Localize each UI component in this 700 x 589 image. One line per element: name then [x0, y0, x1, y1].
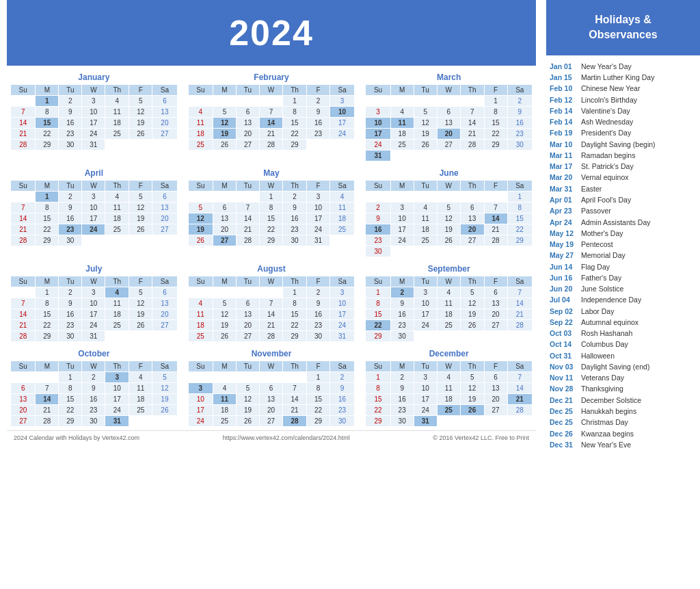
calendar-day: 18 [105, 118, 129, 129]
calendar-day: 18 [105, 213, 129, 224]
calendar-day [152, 331, 178, 342]
calendar-day: 5 [437, 202, 460, 213]
holiday-name: April Fool's Day [581, 194, 631, 205]
calendar-day: 26 [152, 405, 178, 416]
day-header: M [36, 85, 59, 96]
calendar-day [188, 372, 213, 383]
calendar-day [484, 150, 507, 161]
calendar-day: 11 [188, 309, 213, 320]
footer-center: https://www.vertex42.com/calendars/2024.… [223, 434, 350, 441]
footer-right: © 2016 Vertex42 LLC. Free to Print [433, 434, 529, 441]
holiday-date: Dec 31 [550, 439, 578, 450]
calendar-day: 30 [82, 416, 105, 427]
calendar-day: 30 [282, 235, 306, 246]
calendar-day: 12 [213, 118, 237, 129]
calendar-day: 7 [484, 202, 507, 213]
calendar-day: 3 [414, 287, 437, 298]
calendar-day [366, 192, 390, 202]
day-header: W [437, 181, 460, 192]
calendar-day: 16 [507, 118, 532, 129]
calendar-day: 3 [414, 372, 437, 383]
calendar-day: 14 [260, 309, 283, 320]
calendar-day: 5 [460, 287, 484, 298]
calendar-day [188, 287, 213, 298]
day-header: Su [11, 276, 36, 287]
calendar-day: 21 [11, 320, 36, 331]
holiday-date: Apr 24 [550, 217, 578, 228]
calendar-day: 20 [152, 118, 178, 129]
calendar-day: 17 [414, 394, 437, 405]
calendar-day: 24 [307, 224, 330, 235]
calendar-day: 18 [188, 320, 213, 331]
month-block: JulySuMTuWThFSa1234567891011121314151617… [10, 264, 178, 342]
calendar-day [82, 235, 105, 246]
calendar-day: 23 [390, 320, 414, 331]
year-banner: 2024 [7, 0, 536, 66]
calendar-day: 23 [82, 405, 105, 416]
calendar-day: 19 [236, 405, 259, 416]
calendar-day [507, 246, 532, 257]
calendar-day: 22 [366, 320, 390, 331]
calendar-day: 17 [82, 118, 105, 129]
calendar-day: 28 [260, 331, 283, 342]
calendar-day: 27 [484, 405, 507, 416]
holiday-date: Apr 23 [550, 205, 578, 216]
month-title: January [10, 73, 178, 82]
calendar-day: 22 [366, 405, 390, 416]
calendar-day: 17 [188, 405, 213, 416]
calendar-day: 4 [105, 287, 129, 298]
day-header: F [307, 361, 330, 372]
calendar-day: 25 [414, 235, 437, 246]
calendar-day: 23 [507, 129, 532, 140]
calendar-day: 25 [188, 140, 213, 150]
calendar-day: 4 [105, 96, 129, 107]
day-header: F [129, 85, 152, 96]
calendar-day: 15 [59, 394, 82, 405]
calendar-day: 30 [390, 331, 414, 342]
calendar-day: 25 [105, 224, 129, 235]
calendar-day: 9 [507, 107, 532, 118]
holiday-date: Dec 21 [550, 395, 578, 406]
day-header: Th [460, 276, 484, 287]
month-block: MaySuMTuWThFSa12345678910111213141516171… [188, 168, 355, 257]
holiday-name: Independence Day [581, 294, 641, 305]
day-header: M [213, 361, 237, 372]
calendar-day: 8 [36, 107, 59, 118]
calendar-day: 16 [82, 394, 105, 405]
calendar-day [484, 331, 507, 342]
month-table: SuMTuWThFSa12345678910111213141516171819… [188, 180, 355, 246]
month-title: May [188, 168, 355, 178]
calendar-day: 9 [59, 298, 82, 309]
calendar-day: 29 [507, 235, 532, 246]
calendar-day: 10 [82, 107, 105, 118]
calendar-day: 18 [188, 129, 213, 140]
calendar-day: 31 [329, 331, 354, 342]
calendar-day: 10 [390, 213, 414, 224]
calendar-day: 12 [460, 383, 484, 394]
day-header: Tu [414, 181, 437, 192]
holiday-date: Jun 20 [550, 283, 578, 294]
day-header: W [260, 361, 283, 372]
holiday-name: Memorial Day [581, 250, 625, 261]
calendar-day: 5 [236, 383, 259, 394]
calendar-day: 3 [82, 192, 105, 202]
calendar-day: 26 [236, 416, 259, 427]
calendar-day: 23 [307, 320, 330, 331]
holiday-date: Feb 19 [550, 127, 578, 138]
holiday-name: President's Day [581, 127, 631, 138]
day-header: Tu [59, 361, 82, 372]
calendar-day [390, 246, 414, 257]
holiday-item: Feb 12Lincoln's Birthday [550, 94, 697, 105]
calendar-day: 7 [36, 383, 59, 394]
month-block: AugustSuMTuWThFSa12345678910111213141516… [188, 264, 355, 342]
holiday-date: Mar 17 [550, 161, 578, 172]
day-header: Sa [329, 361, 354, 372]
month-block: JuneSuMTuWThFSa1234567891011121314151617… [365, 168, 533, 257]
calendar-day: 28 [236, 235, 259, 246]
day-header: W [260, 181, 283, 192]
day-header: Tu [59, 181, 82, 192]
calendar-day: 26 [129, 224, 152, 235]
holiday-item: Nov 11Veterans Day [550, 372, 697, 383]
calendar-day: 19 [213, 320, 237, 331]
day-header: Th [460, 361, 484, 372]
